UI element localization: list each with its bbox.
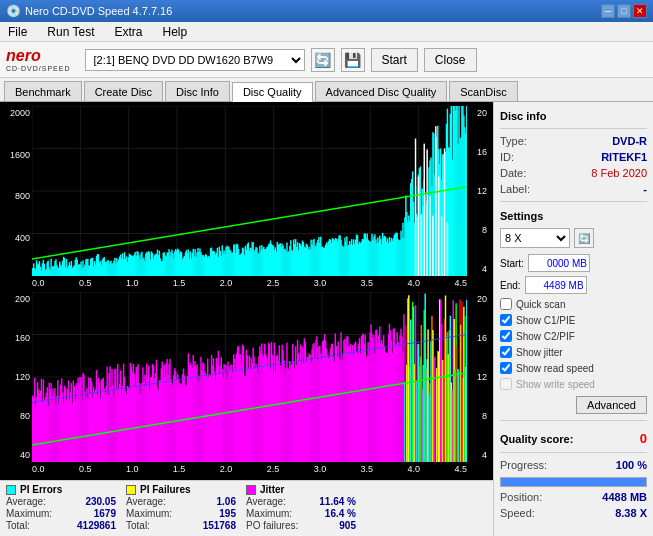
- show-write-speed-label: Show write speed: [516, 379, 595, 390]
- quality-score-value: 0: [640, 431, 647, 446]
- pi-failures-max-label: Maximum:: [126, 508, 172, 519]
- title-bar: 💿 Nero CD-DVD Speed 4.7.7.16 ─ □ ✕: [0, 0, 653, 22]
- speed2-row: Speed: 8.38 X: [500, 507, 647, 519]
- chart1-yl-2: 800: [4, 191, 32, 201]
- show-read-speed-label: Show read speed: [516, 363, 594, 374]
- chart2-yl-1: 160: [4, 333, 32, 343]
- toolbar: nero CD·DVD/SPEED [2:1] BENQ DVD DD DW16…: [0, 42, 653, 78]
- chart2-yl-4: 40: [4, 450, 32, 460]
- show-c2-pif-label: Show C2/PIF: [516, 331, 575, 342]
- show-jitter-checkbox[interactable]: [500, 346, 512, 358]
- tabs-bar: Benchmark Create Disc Disc Info Disc Qua…: [0, 78, 653, 102]
- x2-9: 4.5: [454, 464, 467, 476]
- tab-disc-info[interactable]: Disc Info: [165, 81, 230, 101]
- tab-advanced-disc-quality[interactable]: Advanced Disc Quality: [315, 81, 448, 101]
- close-button-toolbar[interactable]: Close: [424, 48, 477, 72]
- end-mb-input[interactable]: [525, 276, 587, 294]
- jitter-avg-value: 11.64 %: [319, 496, 356, 507]
- menu-extra[interactable]: Extra: [110, 25, 146, 39]
- x2-0: 0.0: [32, 464, 45, 476]
- progress-row: Progress: 100 %: [500, 459, 647, 471]
- jitter-title: Jitter: [260, 484, 284, 495]
- menu-bar: File Run Test Extra Help: [0, 22, 653, 42]
- settings-refresh-icon[interactable]: 🔄: [574, 228, 594, 248]
- show-read-speed-checkbox[interactable]: [500, 362, 512, 374]
- save-icon[interactable]: 💾: [341, 48, 365, 72]
- chart1-y-mid1: 16: [467, 147, 489, 157]
- progress-value: 100 %: [616, 459, 647, 471]
- speed2-value: 8.38 X: [615, 507, 647, 519]
- pi-errors-total-label: Total:: [6, 520, 30, 531]
- pi-failures-total-value: 151768: [203, 520, 236, 531]
- chart2-yl-2: 120: [4, 372, 32, 382]
- x2-8: 4.0: [408, 464, 421, 476]
- start-mb-input[interactable]: [528, 254, 590, 272]
- show-c1-pie-checkbox[interactable]: [500, 314, 512, 326]
- chart2-x-axis: 0.0 0.5 1.0 1.5 2.0 2.5 3.0 3.5 4.0 4.5: [4, 464, 489, 476]
- jitter-color: [246, 485, 256, 495]
- start-button[interactable]: Start: [371, 48, 418, 72]
- chart1-y-top: 20: [467, 108, 489, 118]
- x2-7: 3.5: [361, 464, 374, 476]
- x-6: 3.0: [314, 278, 327, 290]
- jitter-po-label: PO failures:: [246, 520, 298, 531]
- main-area: 20 16 12 8 4 2000 1600 800 400 0.0 0: [0, 102, 653, 536]
- pi-failures-avg-value: 1.06: [217, 496, 236, 507]
- position-value: 4488 MB: [602, 491, 647, 503]
- menu-help[interactable]: Help: [159, 25, 192, 39]
- advanced-button[interactable]: Advanced: [576, 396, 647, 414]
- tab-disc-quality[interactable]: Disc Quality: [232, 82, 313, 102]
- x2-5: 2.5: [267, 464, 280, 476]
- show-c1-pie-label: Show C1/PIE: [516, 315, 575, 326]
- close-button[interactable]: ✕: [633, 4, 647, 18]
- x-1: 0.5: [79, 278, 92, 290]
- quick-scan-row: Quick scan: [500, 298, 647, 310]
- tab-scan-disc[interactable]: ScanDisc: [449, 81, 517, 101]
- refresh-icon[interactable]: 🔄: [311, 48, 335, 72]
- chart2-yl-0: 200: [4, 294, 32, 304]
- x-0: 0.0: [32, 278, 45, 290]
- progress-bar: [500, 477, 647, 487]
- chart2-y-top: 20: [467, 294, 489, 304]
- drive-select[interactable]: [2:1] BENQ DVD DD DW1620 B7W9: [85, 49, 305, 71]
- pi-errors-title: PI Errors: [20, 484, 62, 495]
- type-value: DVD-R: [612, 135, 647, 147]
- show-c1-row: Show C1/PIE: [500, 314, 647, 326]
- x2-3: 1.5: [173, 464, 186, 476]
- tab-benchmark[interactable]: Benchmark: [4, 81, 82, 101]
- id-label: ID:: [500, 151, 514, 163]
- show-c2-pif-checkbox[interactable]: [500, 330, 512, 342]
- logo: nero CD·DVD/SPEED: [6, 47, 71, 72]
- x-8: 4.0: [408, 278, 421, 290]
- pi-errors-color: [6, 485, 16, 495]
- chart2-y-mid3: 8: [467, 411, 489, 421]
- date-label: Date:: [500, 167, 526, 179]
- end-mb-label: End:: [500, 280, 521, 291]
- minimize-button[interactable]: ─: [601, 4, 615, 18]
- pi-failures-title: PI Failures: [140, 484, 191, 495]
- menu-file[interactable]: File: [4, 25, 31, 39]
- quality-score-row: Quality score: 0: [500, 431, 647, 446]
- show-write-speed-row: Show write speed: [500, 378, 647, 390]
- position-row: Position: 4488 MB: [500, 491, 647, 503]
- right-panel: Disc info Type: DVD-R ID: RITEKF1 Date: …: [493, 102, 653, 536]
- maximize-button[interactable]: □: [617, 4, 631, 18]
- start-mb-label: Start:: [500, 258, 524, 269]
- menu-run-test[interactable]: Run Test: [43, 25, 98, 39]
- id-row: ID: RITEKF1: [500, 151, 647, 163]
- speed-row: 8 X 4 X 2 X 1 X 🔄: [500, 228, 647, 248]
- stat-group-pi-errors: PI Errors Average: 230.05 Maximum: 1679 …: [6, 484, 116, 531]
- position-label: Position:: [500, 491, 542, 503]
- quick-scan-checkbox[interactable]: [500, 298, 512, 310]
- chart-pi-errors: 20 16 12 8 4 2000 1600 800 400: [4, 106, 489, 276]
- speed2-label: Speed:: [500, 507, 535, 519]
- speed-select[interactable]: 8 X 4 X 2 X 1 X: [500, 228, 570, 248]
- progress-bar-fill: [501, 478, 646, 486]
- quick-scan-label: Quick scan: [516, 299, 565, 310]
- end-mb-row: End:: [500, 276, 647, 294]
- id-value: RITEKF1: [601, 151, 647, 163]
- x-3: 1.5: [173, 278, 186, 290]
- pi-failures-avg-label: Average:: [126, 496, 166, 507]
- tab-create-disc[interactable]: Create Disc: [84, 81, 163, 101]
- disc-info-title: Disc info: [500, 110, 647, 122]
